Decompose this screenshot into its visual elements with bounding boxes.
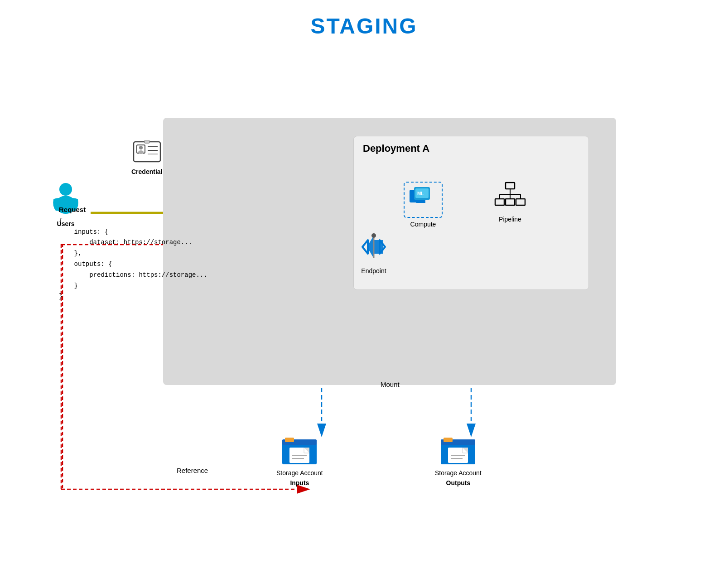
credential-svg-icon xyxy=(132,140,162,165)
svg-rect-18 xyxy=(495,199,504,205)
svg-rect-12 xyxy=(506,183,515,189)
request-code: { inputs: { dataset: https://storage... … xyxy=(59,217,207,300)
system-box: Deployment A ML Compute xyxy=(163,118,616,385)
svg-point-26 xyxy=(59,183,72,196)
storage-outputs-container: Storage Account Outputs xyxy=(435,435,482,487)
endpoint-label: Endpoint xyxy=(358,267,390,275)
deployment-title: Deployment A xyxy=(354,136,588,154)
credential-icon-container: Credential xyxy=(131,140,162,175)
compute-icon-container: ML Compute xyxy=(404,182,443,228)
diagram-container: Deployment A ML Compute xyxy=(36,72,689,562)
svg-point-30 xyxy=(139,146,143,149)
storage-inputs-label2: Inputs xyxy=(276,479,323,487)
storage-outputs-label1: Storage Account xyxy=(435,469,482,477)
svg-rect-19 xyxy=(506,199,515,205)
endpoint-svg-icon xyxy=(358,231,390,263)
svg-rect-10 xyxy=(419,200,423,202)
svg-point-31 xyxy=(138,150,144,154)
svg-rect-11 xyxy=(416,202,425,203)
request-block: Request { inputs: { dataset: https://sto… xyxy=(59,204,207,302)
mount-label: Mount xyxy=(381,381,400,388)
storage-inputs-container: Storage Account Inputs xyxy=(276,435,323,487)
credential-label: Credential xyxy=(131,168,162,175)
svg-point-25 xyxy=(371,233,376,238)
compute-dashed-border: ML xyxy=(404,182,443,218)
svg-rect-38 xyxy=(285,438,294,442)
pipeline-icon-container: Pipeline xyxy=(494,182,526,223)
svg-rect-20 xyxy=(516,199,525,205)
reference-label: Reference xyxy=(177,467,208,474)
storage-outputs-label2: Outputs xyxy=(435,479,482,487)
svg-text:ML: ML xyxy=(417,191,424,196)
page-title: STAGING xyxy=(0,0,728,39)
svg-rect-47 xyxy=(444,438,453,442)
storage-outputs-svg xyxy=(440,435,476,467)
endpoint-icon-container: Endpoint xyxy=(358,231,390,275)
svg-rect-35 xyxy=(145,140,149,143)
compute-svg-icon: ML xyxy=(407,185,439,212)
compute-label: Compute xyxy=(404,221,443,228)
storage-inputs-label1: Storage Account xyxy=(276,469,323,477)
svg-marker-22 xyxy=(362,240,368,254)
request-label: Request xyxy=(59,206,86,213)
pipeline-label: Pipeline xyxy=(494,216,526,223)
storage-inputs-svg xyxy=(281,435,318,467)
pipeline-svg-icon xyxy=(494,182,526,211)
